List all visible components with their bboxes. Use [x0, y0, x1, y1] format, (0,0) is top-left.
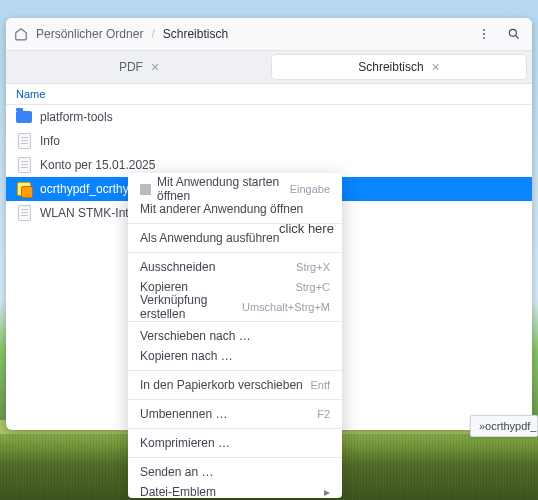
file-name: platform-tools: [40, 110, 113, 124]
menu-item[interactable]: In den Papierkorb verschiebenEntf: [128, 375, 342, 395]
search-button[interactable]: [504, 24, 524, 44]
menu-item[interactable]: Als Anwendung ausführen: [128, 228, 342, 248]
menu-item[interactable]: Verschieben nach …: [128, 326, 342, 346]
svg-point-1: [483, 33, 485, 35]
tab-schreibtisch[interactable]: Schreibtisch ×: [272, 55, 526, 79]
menu-item[interactable]: Umbenennen …F2: [128, 404, 342, 424]
menu-shortcut: Entf: [310, 379, 330, 391]
menu-item[interactable]: Verknüpfung erstellenUmschalt+Strg+M: [128, 297, 342, 317]
document-icon: [16, 133, 32, 149]
menu-item[interactable]: Senden an …: [128, 462, 342, 482]
menu-item-label: Komprimieren …: [140, 436, 330, 450]
menu-item-label: Mit anderer Anwendung öffnen: [140, 202, 330, 216]
menu-item-label: Umbenennen …: [140, 407, 317, 421]
menu-separator: [128, 223, 342, 224]
list-item[interactable]: platform-tools: [6, 105, 532, 129]
svg-line-4: [516, 36, 519, 39]
chevron-right-icon: ▸: [324, 485, 330, 498]
menu-separator: [128, 252, 342, 253]
context-menu: Mit Anwendung starten öffnenEingabeMit a…: [128, 173, 342, 498]
menu-item[interactable]: AusschneidenStrg+X: [128, 257, 342, 277]
menu-item[interactable]: Kopieren nach …: [128, 346, 342, 366]
menu-item-label: Ausschneiden: [140, 260, 296, 274]
list-item[interactable]: Info: [6, 129, 532, 153]
menu-item[interactable]: Datei-Emblem▸: [128, 482, 342, 498]
menu-item-label: Kopieren: [140, 280, 295, 294]
menu-shortcut: Eingabe: [290, 183, 330, 195]
menu-item-label: Senden an …: [140, 465, 330, 479]
menu-shortcut: Umschalt+Strg+M: [242, 301, 330, 313]
menu-item[interactable]: Mit anderer Anwendung öffnen: [128, 199, 342, 219]
toolbar: Persönlicher Ordner / Schreibtisch: [6, 18, 532, 51]
svg-point-2: [483, 37, 485, 39]
menu-item-label: In den Papierkorb verschieben: [140, 378, 310, 392]
tab-close-icon[interactable]: ×: [151, 59, 159, 75]
menu-item-label: Verschieben nach …: [140, 329, 330, 343]
home-icon: [14, 27, 28, 41]
desktop-file-icon: [16, 181, 32, 197]
column-header-name[interactable]: Name: [6, 84, 532, 105]
menu-separator: [128, 370, 342, 371]
menu-item-label: Als Anwendung ausführen: [140, 231, 330, 245]
menu-item-label: Verknüpfung erstellen: [140, 293, 242, 321]
menu-item[interactable]: Mit Anwendung starten öffnenEingabe: [128, 179, 342, 199]
svg-point-0: [483, 29, 485, 31]
tab-label: PDF: [119, 60, 143, 74]
breadcrumb-current[interactable]: Schreibtisch: [163, 27, 228, 41]
breadcrumb-separator: /: [151, 27, 154, 41]
menu-item[interactable]: Komprimieren …: [128, 433, 342, 453]
menu-item-label: Mit Anwendung starten öffnen: [157, 175, 290, 203]
svg-point-3: [509, 29, 516, 36]
tab-bar: PDF × Schreibtisch ×: [6, 51, 532, 84]
menu-separator: [128, 321, 342, 322]
breadcrumb-home[interactable]: Persönlicher Ordner: [36, 27, 143, 41]
menu-separator: [128, 428, 342, 429]
tab-close-icon[interactable]: ×: [432, 59, 440, 75]
menu-shortcut: F2: [317, 408, 330, 420]
tab-label: Schreibtisch: [358, 60, 423, 74]
menu-shortcut: Strg+X: [296, 261, 330, 273]
document-icon: [16, 157, 32, 173]
tab-pdf[interactable]: PDF ×: [12, 55, 266, 79]
menu-shortcut: Strg+C: [295, 281, 330, 293]
menu-separator: [128, 399, 342, 400]
file-name: Info: [40, 134, 60, 148]
more-options-button[interactable]: [474, 24, 494, 44]
menu-item-label: Datei-Emblem: [140, 485, 324, 498]
menu-separator: [128, 457, 342, 458]
status-tooltip: »ocrthypdf_o: [470, 415, 538, 437]
folder-icon: [16, 109, 32, 125]
breadcrumb[interactable]: Persönlicher Ordner / Schreibtisch: [14, 27, 228, 41]
document-icon: [16, 205, 32, 221]
file-name: Konto per 15.01.2025: [40, 158, 155, 172]
menu-item-label: Kopieren nach …: [140, 349, 330, 363]
